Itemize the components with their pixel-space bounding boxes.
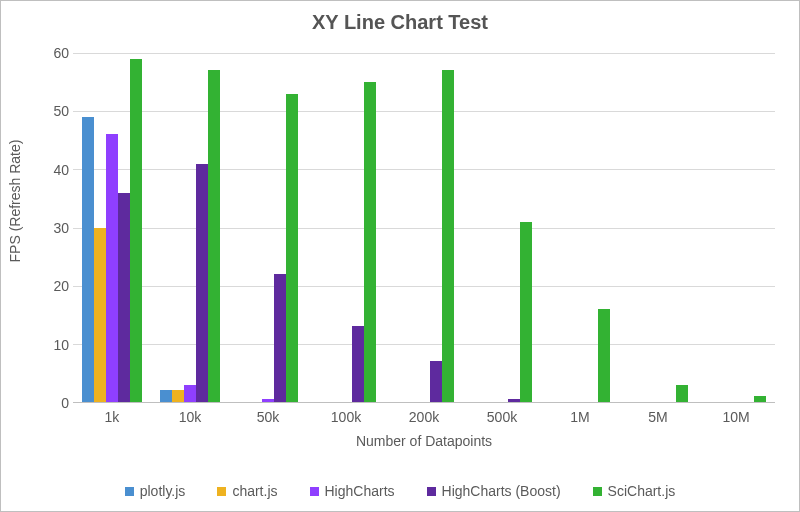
bar-group (697, 53, 775, 402)
x-tick-label: 10k (179, 409, 202, 425)
bar (196, 164, 208, 402)
bar-group (307, 53, 385, 402)
bar (352, 326, 364, 402)
bar (442, 70, 454, 402)
bar (754, 396, 766, 402)
bar (430, 361, 442, 402)
x-tick-label: 500k (487, 409, 517, 425)
legend-item: HighCharts (Boost) (427, 483, 561, 499)
bar (676, 385, 688, 402)
chart-title: XY Line Chart Test (1, 1, 799, 34)
bar-group (541, 53, 619, 402)
legend-label: SciChart.js (608, 483, 676, 499)
bar (82, 117, 94, 402)
bar-group (385, 53, 463, 402)
bar (598, 309, 610, 402)
bar (208, 70, 220, 402)
x-tick-label: 10M (722, 409, 749, 425)
bar (118, 193, 130, 402)
y-tick-label: 60 (33, 45, 69, 61)
legend-label: plotly.js (140, 483, 186, 499)
legend-swatch (310, 487, 319, 496)
y-ticks: 0102030405060 (33, 53, 69, 403)
y-tick-label: 50 (33, 103, 69, 119)
bar (508, 399, 520, 402)
legend-swatch (427, 487, 436, 496)
bar-group (229, 53, 307, 402)
legend-item: HighCharts (310, 483, 395, 499)
bar-group (619, 53, 697, 402)
y-axis-label: FPS (Refresh Rate) (7, 140, 23, 263)
y-tick-label: 0 (33, 395, 69, 411)
x-ticks: 1k10k50k100k200k500k1M5M10M (73, 403, 775, 427)
x-tick-label: 1M (570, 409, 589, 425)
y-tick-label: 10 (33, 337, 69, 353)
bar (364, 82, 376, 402)
x-axis-label: Number of Datapoints (356, 433, 492, 449)
x-tick-label: 50k (257, 409, 280, 425)
bar (520, 222, 532, 402)
bar (286, 94, 298, 402)
legend-swatch (593, 487, 602, 496)
x-tick-label: 200k (409, 409, 439, 425)
legend-item: plotly.js (125, 483, 186, 499)
legend-label: HighCharts (Boost) (442, 483, 561, 499)
legend-item: SciChart.js (593, 483, 676, 499)
bar (184, 385, 196, 402)
legend-swatch (217, 487, 226, 496)
bar (160, 390, 172, 402)
plot-area: 0102030405060 1k10k50k100k200k500k1M5M10… (73, 53, 775, 403)
bar (94, 228, 106, 403)
bar-groups (73, 53, 775, 402)
y-tick-label: 30 (33, 220, 69, 236)
legend: plotly.jschart.jsHighChartsHighCharts (B… (1, 483, 799, 499)
bar (262, 399, 274, 402)
bar (274, 274, 286, 402)
y-tick-label: 20 (33, 278, 69, 294)
bar (106, 134, 118, 402)
x-tick-label: 100k (331, 409, 361, 425)
bar-group (151, 53, 229, 402)
bar-group (73, 53, 151, 402)
legend-swatch (125, 487, 134, 496)
legend-label: chart.js (232, 483, 277, 499)
bar (130, 59, 142, 402)
chart-container: XY Line Chart Test FPS (Refresh Rate) 01… (0, 0, 800, 512)
x-tick-label: 1k (105, 409, 120, 425)
x-tick-label: 5M (648, 409, 667, 425)
legend-label: HighCharts (325, 483, 395, 499)
bar-group (463, 53, 541, 402)
legend-item: chart.js (217, 483, 277, 499)
y-tick-label: 40 (33, 162, 69, 178)
bar (172, 390, 184, 402)
